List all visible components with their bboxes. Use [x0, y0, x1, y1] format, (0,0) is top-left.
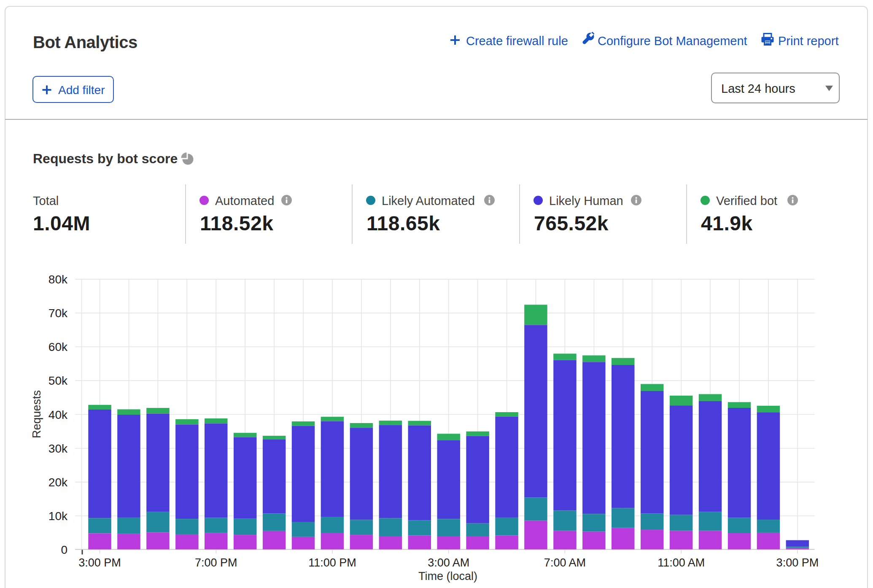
svg-text:3:00 AM: 3:00 AM: [428, 556, 469, 569]
svg-text:60k: 60k: [48, 340, 68, 353]
svg-text:11:00 PM: 11:00 PM: [308, 556, 356, 569]
svg-text:3:00 PM: 3:00 PM: [776, 556, 819, 569]
svg-text:30k: 30k: [48, 442, 68, 455]
svg-text:3:00 PM: 3:00 PM: [78, 556, 121, 569]
svg-text:Time (local): Time (local): [418, 570, 477, 583]
svg-text:7:00 AM: 7:00 AM: [544, 556, 586, 569]
svg-text:Requests: Requests: [30, 390, 43, 438]
svg-text:40k: 40k: [48, 408, 68, 421]
svg-text:20k: 20k: [48, 476, 68, 489]
svg-text:80k: 80k: [48, 273, 68, 286]
svg-text:70k: 70k: [48, 307, 68, 320]
svg-text:0: 0: [61, 543, 67, 556]
svg-text:50k: 50k: [48, 374, 68, 387]
svg-text:7:00 PM: 7:00 PM: [195, 556, 237, 569]
svg-text:11:00 AM: 11:00 AM: [657, 556, 705, 569]
svg-text:10k: 10k: [48, 510, 68, 523]
